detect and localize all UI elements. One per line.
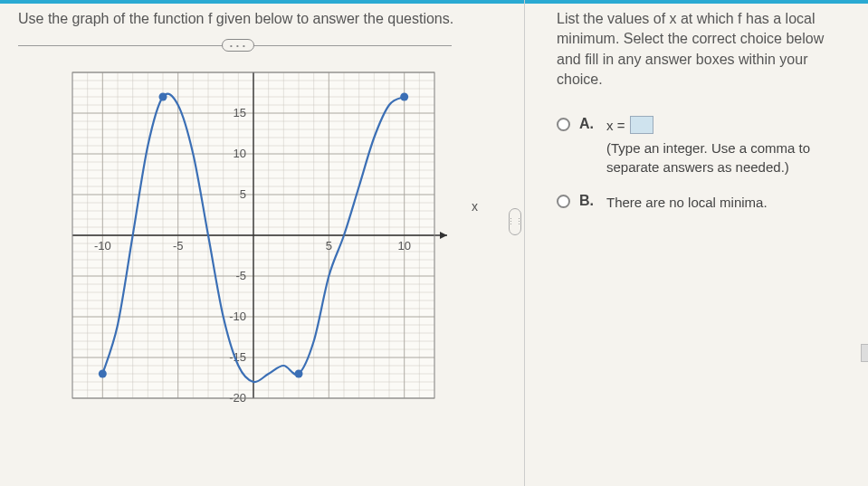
right-panel: ⋮⋮ List the values of x at which f has a… bbox=[525, 0, 868, 486]
svg-text:-5: -5 bbox=[235, 269, 246, 282]
choice-a-letter: A. bbox=[579, 116, 597, 132]
svg-text:-10: -10 bbox=[94, 239, 111, 253]
svg-point-96 bbox=[159, 93, 167, 101]
svg-point-95 bbox=[99, 370, 107, 378]
choice-b-row: B. There are no local minima. bbox=[557, 193, 845, 212]
choice-a-input[interactable] bbox=[630, 116, 653, 134]
graph-prompt: Use the graph of the function f given be… bbox=[18, 9, 506, 29]
drag-handle-icon[interactable]: ⋮⋮ bbox=[509, 208, 521, 235]
graph-svg: -10-5510-20-15-10-551015 bbox=[63, 63, 462, 407]
divider-row: • • • bbox=[18, 36, 506, 54]
svg-text:15: 15 bbox=[234, 106, 246, 119]
svg-text:5: 5 bbox=[326, 239, 332, 253]
choice-b-letter: B. bbox=[579, 193, 597, 209]
choice-a-hint: (Type an integer. Use a comma to separat… bbox=[606, 138, 845, 176]
svg-text:10: 10 bbox=[234, 147, 246, 160]
choice-a-row: A. x = (Type an integer. Use a comma to … bbox=[557, 116, 845, 176]
radio-b[interactable] bbox=[557, 195, 570, 208]
svg-text:10: 10 bbox=[397, 239, 410, 253]
ellipsis-button[interactable]: • • • bbox=[222, 39, 254, 52]
choice-a-body: x = (Type an integer. Use a comma to sep… bbox=[606, 116, 845, 176]
choice-a-equation: x = bbox=[606, 116, 845, 135]
svg-text:5: 5 bbox=[240, 187, 246, 201]
answer-choices: A. x = (Type an integer. Use a comma to … bbox=[557, 116, 845, 212]
left-panel: Use the graph of the function f given be… bbox=[0, 0, 525, 486]
svg-marker-82 bbox=[440, 232, 447, 239]
question-text: List the values of x at which f has a lo… bbox=[557, 9, 845, 91]
svg-text:-10: -10 bbox=[229, 310, 246, 323]
svg-point-98 bbox=[400, 93, 408, 101]
radio-a[interactable] bbox=[557, 118, 570, 131]
svg-text:-5: -5 bbox=[173, 239, 184, 253]
function-graph: x -10-5510-20-15-10-551015 bbox=[63, 63, 462, 407]
x-axis-label: x bbox=[472, 199, 478, 214]
svg-point-97 bbox=[295, 370, 303, 378]
choice-b-text: There are no local minima. bbox=[606, 193, 845, 212]
right-edge-tab[interactable] bbox=[861, 344, 868, 362]
choice-a-lhs: x = bbox=[606, 116, 625, 135]
